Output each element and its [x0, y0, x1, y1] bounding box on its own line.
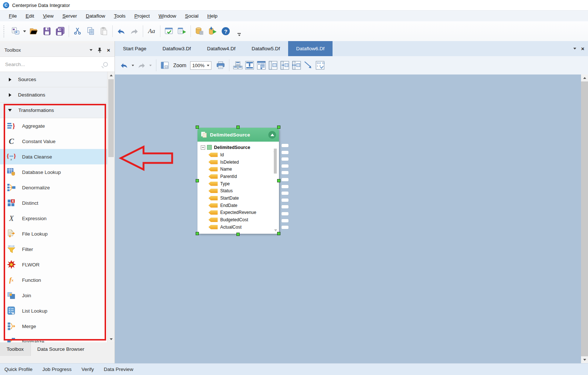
- new-dropdown-icon[interactable]: [22, 25, 27, 37]
- output-port[interactable]: [282, 144, 288, 147]
- zoom-select[interactable]: 100%: [190, 61, 211, 70]
- node-scrollbar[interactable]: [273, 143, 277, 232]
- output-port[interactable]: [282, 219, 288, 222]
- layout-panel-arrow-icon[interactable]: [279, 59, 290, 72]
- output-port[interactable]: [282, 192, 288, 195]
- tab-dataflow5[interactable]: Dataflow5.Df: [243, 41, 288, 56]
- database-import-icon[interactable]: [193, 24, 206, 38]
- field-row-actualcost[interactable]: ActualCost: [197, 223, 279, 231]
- layout-tree-icon[interactable]: [244, 59, 255, 72]
- status-data-preview[interactable]: Data Preview: [104, 367, 133, 372]
- selection-handle[interactable]: [277, 232, 280, 235]
- status-quick-profile[interactable]: Quick Profile: [4, 367, 33, 372]
- search-input[interactable]: [5, 62, 103, 67]
- toolbox-item-function[interactable]: fx Function: [0, 272, 107, 288]
- field-row-parentid[interactable]: ParentId: [197, 173, 279, 180]
- field-row-name[interactable]: Name: [197, 165, 279, 173]
- menu-social[interactable]: Social: [181, 12, 203, 20]
- toolbox-item-denormalize[interactable]: Denormalize: [0, 180, 107, 195]
- output-port[interactable]: [282, 164, 288, 168]
- canvas-scrollbar[interactable]: [581, 74, 588, 363]
- toolbox-item-list-lookup[interactable]: List Lookup: [0, 303, 107, 318]
- dataflow-canvas[interactable]: DelimitedSource DelimitedSource Id IsDel…: [115, 74, 588, 363]
- save-all-icon[interactable]: [54, 24, 67, 38]
- menu-view[interactable]: View: [39, 12, 58, 20]
- node-header[interactable]: DelimitedSource: [197, 128, 279, 142]
- help-icon[interactable]: ?: [219, 24, 232, 38]
- toolbox-item-flwor[interactable]: FLWOR: [0, 257, 107, 272]
- draw-link-icon[interactable]: [303, 59, 314, 72]
- menu-server[interactable]: Server: [58, 12, 81, 20]
- output-port[interactable]: [282, 171, 288, 174]
- toolbox-close-icon[interactable]: ×: [107, 47, 110, 53]
- output-port[interactable]: [282, 178, 288, 181]
- toolbox-item-database-lookup[interactable]: Database Lookup: [0, 164, 107, 180]
- node-scrollbar-thumb[interactable]: [274, 149, 277, 174]
- toolbox-item-constant-value[interactable]: C Constant Value: [0, 134, 107, 149]
- toolbox-dropdown-icon[interactable]: [90, 49, 92, 51]
- open-icon[interactable]: [27, 24, 40, 38]
- undo-dropdown-icon[interactable]: [130, 59, 135, 72]
- output-port[interactable]: [282, 226, 288, 229]
- preview-layout-icon[interactable]: [159, 59, 170, 72]
- menu-window[interactable]: Window: [154, 12, 181, 20]
- new-dataflow-icon[interactable]: [9, 24, 22, 38]
- copy-icon[interactable]: [84, 24, 97, 38]
- toolbox-item-merge[interactable]: Merge: [0, 318, 107, 334]
- status-job-progress[interactable]: Job Progress: [43, 367, 72, 372]
- canvas-redo-icon[interactable]: [136, 59, 147, 72]
- node-root-row[interactable]: DelimitedSource: [197, 143, 279, 151]
- tab-dataflow4[interactable]: Dataflow4.Df: [199, 41, 243, 56]
- layout-hierarchy-icon[interactable]: [232, 59, 243, 72]
- selection-handle[interactable]: [236, 125, 240, 129]
- redo-icon[interactable]: [128, 24, 141, 38]
- paste-icon[interactable]: [97, 24, 110, 38]
- canvas-undo-icon[interactable]: [119, 59, 130, 72]
- toolbox-item-filter[interactable]: 10110 Filter: [0, 241, 107, 257]
- output-port[interactable]: [282, 157, 288, 161]
- toolbox-item-data-cleanse[interactable]: {}x Data Cleanse: [0, 149, 107, 164]
- save-icon[interactable]: [40, 24, 54, 38]
- tab-dataflow3[interactable]: Dataflow3.Df: [155, 41, 199, 56]
- collapse-minus-icon[interactable]: [201, 145, 205, 150]
- selection-handle[interactable]: [196, 125, 199, 129]
- selection-handle[interactable]: [277, 125, 280, 129]
- selection-handle[interactable]: [196, 232, 199, 235]
- toolbar-overflow-icon[interactable]: [237, 33, 241, 36]
- bottom-tab-data-source-browser[interactable]: Data Source Browser: [31, 342, 91, 356]
- toolbox-item-file-lookup[interactable]: File Lookup: [0, 226, 107, 241]
- toolbox-item-expression[interactable]: X Expression: [0, 211, 107, 226]
- output-port[interactable]: [282, 205, 288, 208]
- cut-icon[interactable]: [71, 24, 84, 38]
- section-transformations[interactable]: Transformations: [0, 103, 107, 118]
- section-destinations[interactable]: Destinations: [0, 87, 107, 103]
- field-row-isdeleted[interactable]: IsDeleted: [197, 159, 279, 166]
- tab-close-icon[interactable]: ×: [581, 46, 584, 51]
- layout-panel-expand-icon[interactable]: [291, 59, 302, 72]
- verify-window-icon[interactable]: [162, 24, 175, 38]
- selection-handle[interactable]: [196, 179, 199, 182]
- menu-edit[interactable]: Edit: [21, 12, 39, 20]
- output-port[interactable]: [282, 199, 288, 202]
- toolbox-item-normalize[interactable]: Normalize: [0, 334, 107, 342]
- toolbox-scrollbar[interactable]: [107, 72, 115, 342]
- database-run-icon[interactable]: [206, 24, 219, 38]
- tab-dataflow6[interactable]: Dataflow6.Df: [288, 41, 333, 56]
- delimited-source-node[interactable]: DelimitedSource DelimitedSource Id IsDel…: [197, 128, 279, 234]
- search-icon[interactable]: [103, 62, 108, 67]
- redo-dropdown-icon[interactable]: [148, 59, 153, 72]
- toolbox-item-join[interactable]: Join: [0, 288, 107, 303]
- menu-dataflow[interactable]: Dataflow: [81, 12, 110, 20]
- field-row-id[interactable]: Id: [197, 151, 279, 159]
- node-collapse-button[interactable]: [268, 131, 276, 139]
- field-row-expectedrevenue[interactable]: ExpectedRevenue: [197, 209, 279, 216]
- tab-start-page[interactable]: Start Page: [115, 41, 155, 56]
- data-preview-toggle-icon[interactable]: 010 011 0: [315, 59, 326, 72]
- field-row-status[interactable]: Status: [197, 187, 279, 194]
- bottom-tab-toolbox[interactable]: Toolbox: [0, 342, 31, 356]
- menu-file[interactable]: File: [4, 12, 21, 20]
- print-icon[interactable]: [215, 59, 226, 72]
- menu-tools[interactable]: Tools: [109, 12, 130, 20]
- selection-handle[interactable]: [277, 179, 280, 182]
- toolbox-scrollbar-thumb[interactable]: [108, 79, 114, 157]
